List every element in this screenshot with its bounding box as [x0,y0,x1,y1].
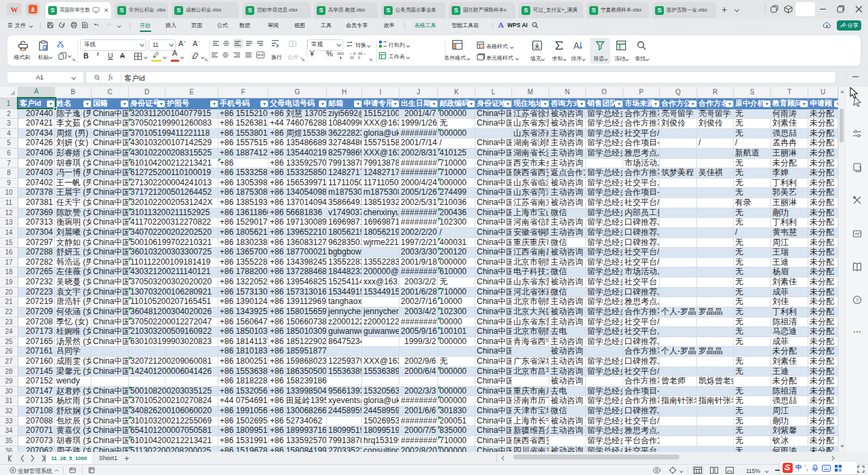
svg-text:?: ? [856,297,859,303]
svg-text:000: 000 [337,52,344,56]
svg-text:0.: 0. [358,56,361,60]
svg-text:.00: .00 [349,56,354,60]
